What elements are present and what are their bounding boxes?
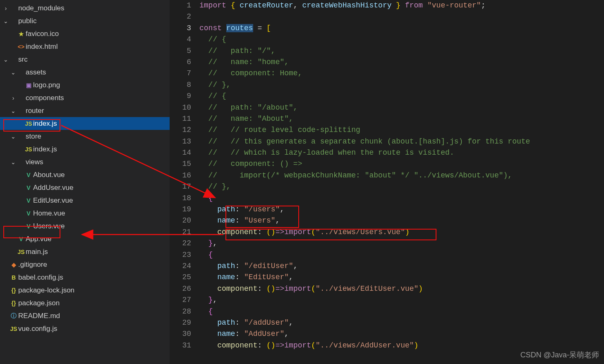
code-line[interactable]: },: [199, 295, 604, 306]
line-number: 1: [170, 0, 191, 11]
line-number: 14: [170, 147, 191, 158]
file-tree-item-index-js[interactable]: JSindex.js: [0, 117, 170, 130]
chevron-open-icon[interactable]: [10, 159, 17, 165]
file-tree-item-src[interactable]: src: [0, 53, 170, 66]
chevron-open-icon[interactable]: [10, 69, 17, 76]
code-line[interactable]: const routes = [: [199, 23, 604, 34]
file-label: main.js: [26, 248, 48, 256]
file-label: router: [26, 107, 44, 115]
file-tree-item-router[interactable]: router: [0, 104, 170, 117]
code-line[interactable]: path: "/editUser",: [199, 261, 604, 272]
file-label: src: [18, 55, 28, 64]
file-label: EditUser.vue: [33, 196, 73, 205]
code-line[interactable]: // // which is lazy-loaded when the rout…: [199, 147, 604, 158]
code-line[interactable]: // path: "/",: [199, 46, 604, 57]
code-line[interactable]: {: [199, 193, 604, 204]
file-tree-item-index-html[interactable]: <>index.html: [0, 40, 170, 53]
line-number: 12: [170, 125, 191, 136]
code-line[interactable]: // name: "home",: [199, 57, 604, 68]
chevron-closed-icon[interactable]: [10, 95, 17, 101]
file-label: Users.vue: [33, 222, 65, 230]
code-line[interactable]: // component: Home,: [199, 68, 604, 79]
file-tree-item--gitignore[interactable]: ◆.gitignore: [0, 258, 170, 271]
line-number: 25: [170, 272, 191, 283]
file-tree-item-index-js[interactable]: JSindex.js: [0, 143, 170, 156]
file-tree-item-assets[interactable]: assets: [0, 66, 170, 79]
file-tree-item-favicon-ico[interactable]: ★favicon.ico: [0, 27, 170, 40]
file-explorer[interactable]: node_modulespublic★favicon.ico<>index.ht…: [0, 0, 170, 364]
file-tree-item-logo-png[interactable]: ▣logo.png: [0, 79, 170, 91]
file-label: package-lock.json: [18, 286, 74, 295]
code-line[interactable]: // path: "/about",: [199, 102, 604, 113]
code-line[interactable]: // {: [199, 91, 604, 102]
file-tree-item-main-js[interactable]: JSmain.js: [0, 245, 170, 258]
file-tree-item-package-lock-json[interactable]: {}package-lock.json: [0, 284, 170, 297]
chevron-closed-icon[interactable]: [2, 5, 9, 12]
file-tree-item-package-json[interactable]: {}package.json: [0, 297, 170, 309]
line-number: 5: [170, 46, 191, 57]
file-tree-item-views[interactable]: views: [0, 156, 170, 168]
code-line[interactable]: name: "Users",: [199, 215, 604, 226]
code-line[interactable]: component: ()=>import("../views/Users.vu…: [199, 227, 604, 238]
code-editor[interactable]: 1234567891011121314151617181920212223242…: [170, 0, 604, 364]
chevron-open-icon[interactable]: [10, 108, 17, 114]
code-line[interactable]: // },: [199, 181, 604, 192]
chevron-open-icon[interactable]: [2, 18, 9, 24]
file-label: index.js: [33, 120, 57, 128]
code-line[interactable]: // // this generates a separate chunk (a…: [199, 136, 604, 147]
file-icon: <>: [17, 43, 26, 50]
code-line[interactable]: import { createRouter, createWebHashHist…: [199, 0, 604, 11]
file-label: node_modules: [18, 4, 65, 12]
file-tree-item-babel-config-js[interactable]: Bbabel.config.js: [0, 271, 170, 284]
file-tree-item-AddUser-vue[interactable]: VAddUser.vue: [0, 181, 170, 194]
file-label: About.vue: [33, 171, 65, 179]
file-tree-item-store[interactable]: store: [0, 130, 170, 143]
file-tree-item-Users-vue[interactable]: VUsers.vue: [0, 220, 170, 232]
file-tree-item-public[interactable]: public: [0, 14, 170, 27]
code-line[interactable]: component: ()=>import("../views/EditUser…: [199, 283, 604, 295]
file-label: .gitignore: [18, 261, 47, 269]
line-number: 3: [170, 23, 191, 34]
code-line[interactable]: // {: [199, 34, 604, 45]
file-tree-item-Home-vue[interactable]: VHome.vue: [0, 207, 170, 220]
file-tree-item-App-vue[interactable]: VApp.vue: [0, 232, 170, 245]
code-line[interactable]: // import(/* webpackChunkName: "about" *…: [199, 170, 604, 181]
code-line[interactable]: // },: [199, 79, 604, 91]
code-content[interactable]: import { createRouter, createWebHashHist…: [199, 0, 604, 364]
line-number: 24: [170, 261, 191, 272]
code-line[interactable]: path: "/addUser",: [199, 317, 604, 328]
file-tree-item-components[interactable]: components: [0, 91, 170, 104]
code-line[interactable]: name: "EditUser",: [199, 272, 604, 283]
code-line[interactable]: component: ()=>import("../views/AddUser.…: [199, 340, 604, 351]
code-line[interactable]: {: [199, 306, 604, 317]
file-label: favicon.ico: [26, 30, 59, 38]
file-tree-item-node-modules[interactable]: node_modules: [0, 2, 170, 14]
file-tree-item-EditUser-vue[interactable]: VEditUser.vue: [0, 194, 170, 207]
file-tree-item-About-vue[interactable]: VAbout.vue: [0, 168, 170, 181]
file-icon: {}: [9, 287, 18, 294]
line-number: 4: [170, 34, 191, 45]
code-line[interactable]: },: [199, 238, 604, 249]
file-icon: ▣: [24, 82, 33, 89]
line-number: 27: [170, 295, 191, 306]
line-number: 26: [170, 283, 191, 295]
code-line[interactable]: name: "AddUser",: [199, 328, 604, 340]
line-number: 10: [170, 102, 191, 113]
file-tree-item-vue-config-js[interactable]: JSvue.config.js: [0, 322, 170, 335]
chevron-open-icon[interactable]: [2, 56, 9, 63]
code-line[interactable]: path: "/users",: [199, 204, 604, 215]
file-label: index.html: [26, 43, 58, 51]
line-number-gutter: 1234567891011121314151617181920212223242…: [170, 0, 199, 364]
code-line[interactable]: // name: "About",: [199, 113, 604, 125]
chevron-open-icon[interactable]: [10, 133, 17, 140]
line-number: 30: [170, 328, 191, 340]
code-line[interactable]: // // route level code-splitting: [199, 125, 604, 136]
file-icon: ★: [17, 31, 26, 37]
code-line[interactable]: [199, 11, 604, 22]
code-line[interactable]: // component: () =>: [199, 158, 604, 170]
file-label: Home.vue: [33, 209, 65, 218]
code-line[interactable]: {: [199, 249, 604, 261]
file-tree-item-README-md[interactable]: ⓘREADME.md: [0, 309, 170, 322]
line-number: 7: [170, 68, 191, 79]
file-icon: V: [24, 210, 33, 217]
